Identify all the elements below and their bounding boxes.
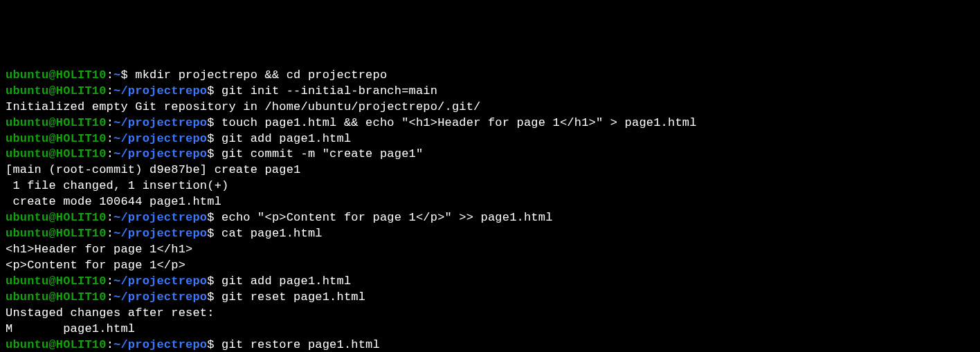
command-text: cat page1.html	[215, 227, 323, 240]
terminal-line: ubuntu@HOLIT10:~$ mkdir projectrepo && c…	[6, 68, 974, 84]
terminal-line: ubuntu@HOLIT10:~/projectrepo$ echo "<p>C…	[6, 210, 974, 226]
command-text: git reset page1.html	[215, 290, 365, 304]
terminal-line: ubuntu@HOLIT10:~/projectrepo$ git commit…	[6, 147, 974, 163]
command-text: mkdir projectrepo && cd projectrepo	[128, 68, 387, 82]
terminal-line: ubuntu@HOLIT10:~/projectrepo$ git add pa…	[6, 131, 974, 147]
terminal-line: Initialized empty Git repository in /hom…	[6, 100, 974, 115]
terminal-line: create mode 100644 page1.html	[6, 194, 974, 210]
terminal-line: ubuntu@HOLIT10:~/projectrepo$ git init -…	[6, 84, 974, 100]
command-text: git add page1.html	[215, 275, 352, 288]
terminal-line: ubuntu@HOLIT10:~/projectrepo$ git reset …	[6, 290, 974, 306]
terminal-line: [main (root-commit) d9e87be] create page…	[6, 163, 974, 178]
output-text: M page1.html	[6, 322, 135, 335]
command-text: git init --initial-branch=main	[215, 84, 437, 98]
output-text: 1 file changed, 1 insertion(+)	[6, 179, 228, 192]
output-text: <p>Content for page 1</p>	[6, 259, 185, 272]
terminal-line: <h1>Header for page 1</h1>	[6, 242, 974, 258]
terminal-line: <p>Content for page 1</p>	[6, 258, 974, 274]
command-text: echo "<p>Content for page 1</p>" >> page…	[215, 211, 553, 224]
output-text: <h1>Header for page 1</h1>	[6, 243, 192, 256]
output-text: [main (root-commit) d9e87be] create page…	[6, 163, 300, 176]
terminal-line: ubuntu@HOLIT10:~/projectrepo$ cat page1.…	[6, 226, 974, 242]
terminal-window[interactable]: ubuntu@HOLIT10:~$ mkdir projectrepo && c…	[6, 68, 974, 352]
command-text: git add page1.html	[215, 132, 352, 145]
terminal-line: ubuntu@HOLIT10:~/projectrepo$ git add pa…	[6, 274, 974, 290]
terminal-line: 1 file changed, 1 insertion(+)	[6, 178, 974, 194]
command-text: git restore page1.html	[215, 338, 380, 351]
command-text: git commit -m "create page1"	[215, 147, 424, 160]
terminal-line: Unstaged changes after reset:	[6, 306, 974, 322]
output-text: create mode 100644 page1.html	[6, 195, 221, 208]
terminal-line: M page1.html	[6, 322, 974, 337]
terminal-line: ubuntu@HOLIT10:~/projectrepo$ touch page…	[6, 115, 974, 131]
command-text: touch page1.html && echo "<h1>Header for…	[215, 116, 697, 129]
output-text: Initialized empty Git repository in /hom…	[6, 100, 481, 113]
output-text: Unstaged changes after reset:	[6, 306, 215, 319]
terminal-line: ubuntu@HOLIT10:~/projectrepo$ git restor…	[6, 337, 974, 352]
